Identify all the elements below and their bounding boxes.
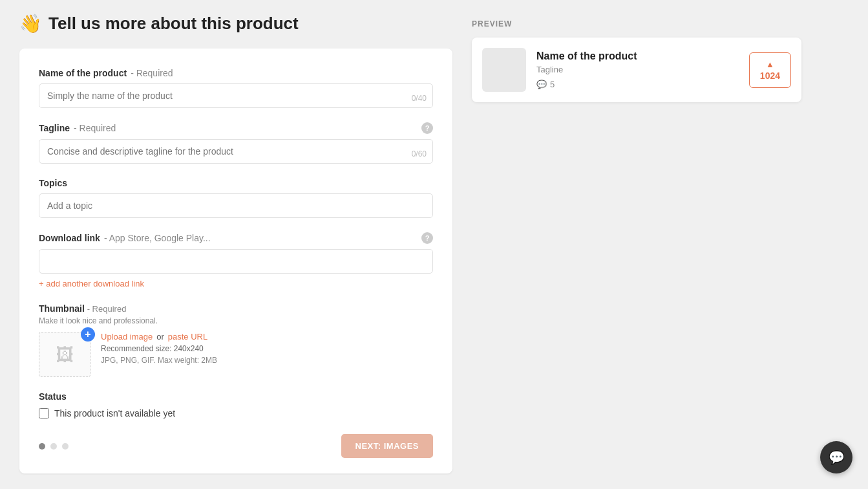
download-link-input[interactable]: https://bannersnack.com — [39, 249, 433, 274]
thumbnail-label: Thumbnail - Required — [39, 303, 433, 314]
tagline-wrapper: 0/60 — [39, 139, 433, 164]
pagination-dots — [39, 443, 69, 450]
upvote-count: 1024 — [760, 71, 780, 81]
thumbnail-sublabel: Make it look nice and professional. — [39, 316, 433, 325]
upload-or-text: or — [156, 332, 164, 342]
status-checkbox-label[interactable]: This product isn't available yet — [54, 408, 175, 418]
thumbnail-section: Thumbnail - Required Make it look nice a… — [39, 303, 433, 377]
tagline-char-count: 0/60 — [412, 149, 427, 158]
thumbnail-info: Upload image or paste URL Recommended si… — [101, 332, 217, 365]
rec-format-text: JPG, PNG, GIF. Max weight: 2MB — [101, 356, 217, 365]
thumbnail-area: + 🖼 Upload image or paste URL Recommende… — [39, 332, 433, 377]
preview-comments: 💬 5 — [536, 80, 739, 89]
comment-icon: 💬 — [536, 80, 547, 89]
form-column: 👋 Tell us more about this product Name o… — [19, 13, 452, 473]
product-name-char-count: 0/40 — [412, 94, 427, 103]
preview-info: Name of the product Tagline 💬 5 — [536, 50, 739, 89]
dot-2 — [50, 443, 57, 450]
page-title: 👋 Tell us more about this product — [19, 13, 452, 34]
preview-column: PREVIEW Name of the product Tagline 💬 5 … — [472, 13, 849, 473]
upvote-box[interactable]: ▲ 1024 — [749, 52, 791, 88]
preview-section-label: PREVIEW — [472, 19, 849, 28]
chat-bubble-button[interactable]: 💬 — [820, 441, 852, 473]
thumbnail-placeholder-icon: 🖼 — [56, 344, 74, 365]
tagline-group: Tagline - Required ? 0/60 — [39, 122, 433, 164]
status-checkbox-row: This product isn't available yet — [39, 408, 433, 418]
topics-input[interactable] — [39, 193, 433, 218]
thumbnail-preview[interactable]: + 🖼 — [39, 332, 90, 377]
product-name-wrapper: 0/40 — [39, 83, 433, 108]
download-link-help-icon[interactable]: ? — [421, 232, 433, 244]
product-name-group: Name of the product - Required 0/40 — [39, 68, 433, 108]
preview-product-name: Name of the product — [536, 50, 739, 62]
dot-3 — [62, 443, 69, 450]
preview-thumbnail — [482, 48, 526, 92]
upvote-arrow-icon: ▲ — [766, 60, 774, 69]
tagline-input[interactable] — [39, 139, 433, 164]
product-name-label: Name of the product - Required — [39, 68, 433, 78]
preview-card: Name of the product Tagline 💬 5 ▲ 1024 — [472, 38, 801, 102]
form-card: Name of the product - Required 0/40 Tagl… — [19, 49, 452, 473]
upload-image-link[interactable]: Upload image — [101, 332, 153, 342]
dot-1 — [39, 443, 45, 450]
form-footer: NEXT: IMAGES — [39, 434, 433, 458]
thumbnail-plus-icon[interactable]: + — [81, 327, 95, 342]
add-download-link-button[interactable]: + add another download link — [39, 279, 144, 288]
next-images-button[interactable]: NEXT: IMAGES — [341, 434, 433, 458]
status-label: Status — [39, 391, 433, 402]
topics-group: Topics — [39, 178, 433, 218]
comment-count: 5 — [550, 80, 555, 89]
chat-bubble-icon: 💬 — [829, 450, 845, 465]
status-section: Status This product isn't available yet — [39, 391, 433, 418]
download-link-label: Download link - App Store, Google Play..… — [39, 232, 433, 244]
tagline-help-icon[interactable]: ? — [421, 122, 433, 134]
status-checkbox[interactable] — [39, 408, 49, 418]
tagline-label: Tagline - Required ? — [39, 122, 433, 134]
product-name-input[interactable] — [39, 83, 433, 108]
topics-label: Topics — [39, 178, 433, 188]
upload-row: Upload image or paste URL — [101, 332, 217, 342]
paste-url-link[interactable]: paste URL — [168, 332, 207, 342]
title-emoji: 👋 — [19, 13, 42, 34]
preview-tagline: Tagline — [536, 65, 739, 74]
rec-size-text: Recommended size: 240x240 — [101, 344, 217, 353]
download-link-group: Download link - App Store, Google Play..… — [39, 232, 433, 289]
